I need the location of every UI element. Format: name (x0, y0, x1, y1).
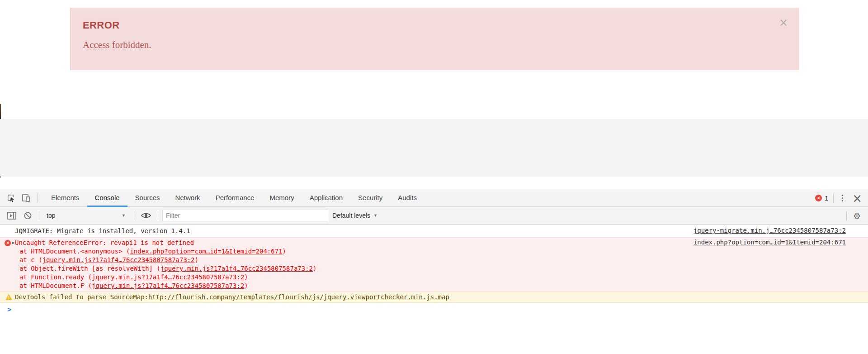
live-expression-eye-icon[interactable] (141, 212, 151, 219)
tabbar-right-controls: × 1 × (815, 189, 862, 207)
close-icon[interactable]: × (779, 17, 788, 28)
stack-source-link[interactable]: jquery.min.js?17a1f4…76cc2345807587a73:2 (92, 282, 244, 289)
console-warning-message: DevTools failed to parse SourceMap: http… (0, 292, 868, 303)
error-count-icon[interactable]: × (815, 195, 822, 201)
stack-text: at Object.fireWith [as resolveWith] ( (19, 265, 160, 272)
log-levels-select[interactable]: Default levels ▼ (332, 212, 377, 219)
tab-application[interactable]: Application (302, 189, 350, 207)
info-source-link[interactable]: jquery-migrate.min.j…76cc2345807587a73:2 (693, 227, 846, 234)
stack-text: ) (244, 273, 248, 281)
console-messages: JQMIGRATE: Migrate is installed, version… (0, 225, 868, 316)
devtools-tabbar: Elements Console Sources Network Perform… (0, 189, 868, 207)
info-message-text: JQMIGRATE: Migrate is installed, version… (15, 227, 190, 234)
frame-context-select[interactable]: top ▼ (46, 212, 129, 219)
settings-gear-icon[interactable]: ⚙ (853, 211, 861, 221)
divider (833, 194, 834, 203)
devtools-tabs: Elements Console Sources Network Perform… (43, 189, 425, 207)
warning-sourcemap-link[interactable]: http://flourish.company/templates/flouri… (148, 293, 449, 301)
chevron-down-icon: ▼ (373, 213, 377, 218)
warning-message-text: DevTools failed to parse SourceMap: (15, 293, 148, 301)
tab-memory[interactable]: Memory (262, 189, 302, 207)
log-levels-value: Default levels (332, 212, 370, 219)
stack-text: at c ( (19, 256, 42, 263)
stack-source-link[interactable]: jquery.min.js?17a1f4…76cc2345807587a73:2 (42, 256, 195, 263)
console-info-message: JQMIGRATE: Migrate is installed, version… (0, 225, 868, 237)
error-count: 1 (825, 194, 828, 202)
stack-source-link[interactable]: index.php?option=com…id=1&Itemid=204:671 (130, 248, 282, 255)
console-sidebar-toggle-icon[interactable] (7, 212, 16, 220)
frame-context-value: top (47, 212, 55, 219)
console-toolbar: top ▼ Default levels ▼ ⚙ (0, 207, 868, 225)
devtools-close-icon[interactable]: × (852, 192, 862, 204)
alert-title: ERROR (83, 19, 119, 31)
stack-text: ) (195, 256, 198, 263)
error-alert-box: ERROR Access forbidden. × (70, 8, 799, 70)
stack-frame: at HTMLDocument.<anonymous> (index.php?o… (0, 247, 868, 256)
console-error-message: × ▶ Uncaught ReferenceError: revapi1 is … (0, 237, 868, 292)
divider (38, 193, 38, 202)
tab-network[interactable]: Network (168, 189, 208, 207)
error-badge-icon: × (5, 240, 11, 246)
filter-input[interactable] (162, 210, 328, 221)
stack-frame: at Function.ready (jquery.min.js?17a1f4…… (0, 273, 868, 282)
tab-audits[interactable]: Audits (390, 189, 425, 207)
error-source-link[interactable]: index.php?option=com…id=1&Itemid=204:671 (693, 239, 846, 246)
page-section-band (0, 119, 868, 177)
stack-text: at HTMLDocument.F ( (19, 282, 92, 289)
divider (134, 211, 134, 220)
devtools-panel: Elements Console Sources Network Perform… (0, 189, 868, 354)
stack-source-link[interactable]: jquery.min.js?17a1f4…76cc2345807587a73:2 (160, 265, 313, 272)
tab-console[interactable]: Console (87, 189, 127, 207)
warning-triangle-icon (5, 294, 12, 300)
divider (158, 211, 158, 220)
console-prompt[interactable]: > (0, 303, 868, 316)
stack-text: at HTMLDocument.<anonymous> ( (19, 248, 130, 255)
prompt-chevron-icon: > (7, 306, 11, 314)
tab-security[interactable]: Security (350, 189, 390, 207)
inspect-element-icon[interactable] (7, 194, 16, 202)
tab-elements[interactable]: Elements (43, 189, 87, 207)
stack-frame: at c (jquery.min.js?17a1f4…76cc234580758… (0, 256, 868, 264)
device-toolbar-icon[interactable] (22, 194, 31, 202)
more-options-icon[interactable] (838, 192, 847, 205)
stack-frame: at Object.fireWith [as resolveWith] (jqu… (0, 264, 868, 273)
stack-frame: at HTMLDocument.F (jquery.min.js?17a1f4…… (0, 282, 868, 290)
tab-performance[interactable]: Performance (208, 189, 262, 207)
alert-message: Access forbidden. (83, 39, 151, 51)
stack-text: ) (313, 265, 316, 272)
stack-text: at Function.ready ( (19, 273, 92, 281)
tab-sources[interactable]: Sources (127, 189, 168, 207)
screen: ERROR Access forbidden. × (0, 0, 868, 354)
divider (39, 211, 39, 220)
clear-console-icon[interactable] (24, 212, 32, 220)
stack-text: ) (244, 282, 248, 289)
stack-source-link[interactable]: jquery.min.js?17a1f4…76cc2345807587a73:2 (92, 273, 244, 281)
toolbar-right-controls: ⚙ (846, 207, 861, 225)
divider (846, 211, 847, 220)
expand-triangle-icon[interactable]: ▶ (12, 239, 14, 247)
chevron-down-icon: ▼ (122, 213, 126, 218)
stack-text: ) (283, 248, 286, 255)
